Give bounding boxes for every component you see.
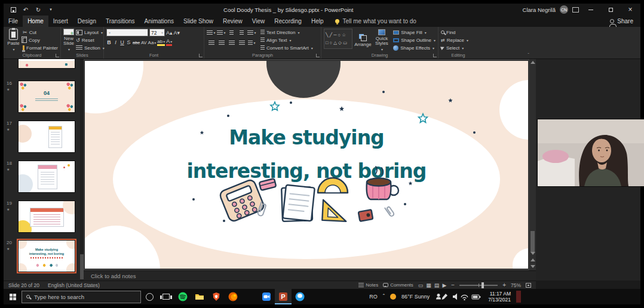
user-name[interactable]: Clara Negrilă [523,7,556,13]
slide-thumbnail-15[interactable] [18,59,75,69]
copy-button[interactable]: Copy [23,36,58,44]
normal-view-icon[interactable]: ▭ [418,282,424,288]
italic-button[interactable]: I [113,39,118,45]
paragraph-dialog-launcher[interactable] [316,54,320,57]
slide-thumbnail-20-selected[interactable]: Make studying interesting, not boring [18,240,75,272]
new-slide-button[interactable]: New Slide [63,29,74,52]
tell-me-box[interactable]: Tell me what you want to do [335,16,416,27]
scroll-down-icon[interactable] [530,252,535,255]
cut-button[interactable]: Cut [23,29,58,36]
text-shadow-button[interactable]: S [126,39,131,45]
shapes-basic-row[interactable] [326,40,351,45]
decrease-indent-button[interactable] [227,29,236,36]
replace-button[interactable]: Replace [441,36,468,44]
brave-taskbar-button[interactable] [208,289,225,304]
restore-button[interactable] [603,4,618,16]
change-case-button[interactable]: Aa [148,40,157,45]
transition-star-icon[interactable] [7,127,10,131]
current-slide[interactable]: Make studying interesting, not boring [85,61,528,269]
slide-thumbnail-16[interactable]: 04 [18,81,75,113]
zoom-slider-thumb[interactable] [482,282,484,288]
scrollbar-thumb[interactable] [530,231,535,252]
close-button[interactable] [622,4,638,16]
task-view-button[interactable] [158,289,174,304]
slide-thumbnail-19[interactable] [18,201,75,233]
numbering-button[interactable] [217,29,226,36]
line-spacing-button[interactable] [247,29,256,36]
slide-thumbnail-17[interactable] [18,121,75,153]
customize-qat-icon[interactable] [47,6,54,13]
reading-view-icon[interactable]: ▤ [434,282,440,288]
weather-status[interactable]: 86°F Sunny [401,294,430,300]
slide-sorter-view-icon[interactable]: ▦ [426,282,431,288]
zoom-out-icon[interactable]: − [451,282,455,288]
user-avatar[interactable]: CN [560,5,568,14]
slide-thumbnail-panel[interactable]: 16 04 17 18 [4,59,84,281]
minimize-button[interactable] [583,4,599,16]
align-right-button[interactable] [227,39,236,47]
zoom-taskbar-button[interactable] [258,289,275,304]
tab-file[interactable]: File [4,16,23,27]
slide-thumbnail-18[interactable] [18,161,75,193]
bullets-button[interactable] [207,29,216,36]
bold-button[interactable]: B [106,39,112,45]
shape-effects-button[interactable]: Shape Effects [393,44,436,51]
tab-review[interactable]: Review [218,16,247,27]
text-direction-button[interactable]: Text Direction [260,29,313,36]
tab-help[interactable]: Help [306,16,329,27]
firefox-taskbar-button[interactable] [225,289,241,304]
zoom-slider[interactable] [459,285,498,286]
character-spacing-button[interactable]: AV [141,40,146,45]
transition-star-icon[interactable] [7,207,10,211]
notes-toggle[interactable]: Notes [358,282,378,289]
find-button[interactable]: Find [441,29,468,36]
font-color-button[interactable]: A [166,39,172,46]
slide-show-icon[interactable]: ▶ [442,282,446,288]
redo-icon[interactable] [35,6,42,13]
tray-icons[interactable] [435,292,483,301]
increase-indent-button[interactable] [237,29,246,36]
shape-gallery[interactable] [324,29,352,49]
fit-slide-icon[interactable] [526,283,531,288]
underline-button[interactable]: U [119,39,125,45]
columns-button[interactable] [247,39,256,47]
transition-star-icon[interactable] [7,167,10,171]
slide-scrollbar[interactable] [529,59,536,270]
save-icon[interactable] [10,6,17,13]
start-button[interactable] [4,289,22,304]
undo-icon[interactable] [22,6,29,13]
tab-slide-show[interactable]: Slide Show [179,16,218,27]
format-painter-button[interactable]: Format Painter [23,44,58,51]
tab-design[interactable]: Design [73,16,101,27]
scroll-up-icon[interactable] [530,61,535,64]
paste-button[interactable]: Paste [6,29,21,52]
file-explorer-taskbar-button[interactable] [191,289,208,304]
tab-recording[interactable]: Recording [269,16,306,27]
comments-toggle[interactable]: Comments [383,282,413,289]
shrink-font-icon[interactable]: A▾ [174,30,180,36]
tab-view[interactable]: View [247,16,270,27]
spotify-taskbar-button[interactable] [174,289,191,304]
align-text-button[interactable]: Align Text [260,36,313,44]
zoom-level[interactable]: 75% [511,282,521,288]
strikethrough-button[interactable]: abc [133,40,140,45]
slide-title-line-1[interactable]: Make studying [229,126,384,149]
tab-transitions[interactable]: Transitions [101,16,140,27]
shapes-lines-row[interactable] [326,32,351,38]
clipboard-dialog-launcher[interactable] [56,54,59,57]
select-button[interactable]: Select [441,44,468,51]
taskbar-search-input[interactable]: Type here to search [22,291,141,303]
section-button[interactable]: Section [76,44,105,51]
font-dialog-launcher[interactable] [199,54,203,57]
align-center-button[interactable] [217,39,226,47]
justify-button[interactable] [237,39,246,47]
collapse-ribbon-icon[interactable]: ˆ [528,52,529,57]
font-size-combo[interactable]: 72 [149,29,165,36]
arrange-button[interactable]: Arrange [354,29,371,52]
font-name-combo[interactable] [106,29,148,36]
drawing-dialog-launcher[interactable] [433,54,437,57]
tab-animations[interactable]: Animations [140,16,179,27]
next-slide-icon[interactable] [530,265,535,268]
taskbar-clock[interactable]: 11:17 AM 7/13/2021 [488,291,511,303]
tab-home[interactable]: Home [23,16,48,27]
